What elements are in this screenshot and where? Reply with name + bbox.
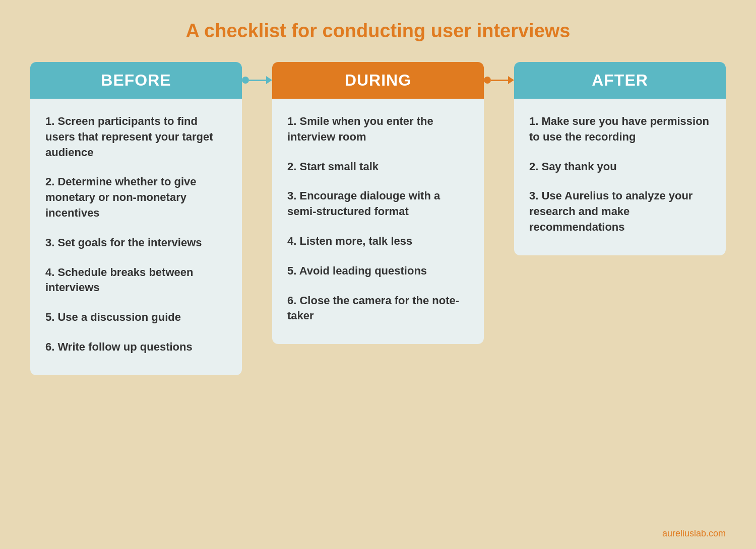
- before-item-3: 3. Set goals for the interviews: [45, 235, 227, 251]
- after-item-3: 3. Use Aurelius to analyze your research…: [529, 188, 711, 235]
- before-item-2: 2. Determine whether to give monetary or…: [45, 174, 227, 221]
- before-item-6: 6. Write follow up questions: [45, 339, 227, 355]
- during-column: DURING 1. Smile when you enter the inter…: [272, 62, 484, 344]
- connector-2-inner: [484, 76, 514, 84]
- after-column-wrap: AFTER 1. Make sure you have permission t…: [514, 62, 726, 375]
- connector-1-dot-left: [242, 77, 249, 84]
- connector-2-dot-left: [484, 77, 491, 84]
- before-column: BEFORE 1. Screen participants to find us…: [30, 62, 242, 375]
- before-header: BEFORE: [30, 62, 242, 99]
- during-header: DURING: [272, 62, 484, 99]
- connector-2-line: [491, 80, 508, 81]
- connector-1: [242, 62, 272, 375]
- before-item-1: 1. Screen participants to find users tha…: [45, 114, 227, 160]
- connector-1-inner: [242, 76, 272, 84]
- columns-container: BEFORE 1. Screen participants to find us…: [30, 62, 726, 375]
- after-column: AFTER 1. Make sure you have permission t…: [514, 62, 726, 255]
- connector-1-arrow: [266, 76, 272, 84]
- during-body: 1. Smile when you enter the interview ro…: [272, 99, 484, 344]
- after-body: 1. Make sure you have permission to use …: [514, 99, 726, 255]
- before-item-4: 4. Schedule breaks between interviews: [45, 265, 227, 296]
- after-item-1: 1. Make sure you have permission to use …: [529, 114, 711, 145]
- during-item-5: 5. Avoid leading questions: [287, 263, 469, 279]
- connector-1-line: [249, 80, 266, 81]
- before-item-5: 5. Use a discussion guide: [45, 310, 227, 325]
- during-item-2: 2. Start small talk: [287, 159, 469, 175]
- before-body: 1. Screen participants to find users tha…: [30, 99, 242, 375]
- watermark: aureliuslab.com: [662, 528, 726, 539]
- during-column-wrap: DURING 1. Smile when you enter the inter…: [272, 62, 484, 375]
- before-column-wrap: BEFORE 1. Screen participants to find us…: [30, 62, 242, 375]
- during-item-4: 4. Listen more, talk less: [287, 234, 469, 249]
- during-item-1: 1. Smile when you enter the interview ro…: [287, 114, 469, 145]
- connector-2-arrow: [508, 76, 514, 84]
- connector-2: [484, 62, 514, 375]
- during-item-3: 3. Encourage dialouge with a semi-struct…: [287, 188, 469, 220]
- during-item-6: 6. Close the camera for the note-taker: [287, 293, 469, 324]
- page-title: A checklist for conducting user intervie…: [185, 20, 570, 42]
- after-item-2: 2. Say thank you: [529, 159, 711, 175]
- after-header: AFTER: [514, 62, 726, 99]
